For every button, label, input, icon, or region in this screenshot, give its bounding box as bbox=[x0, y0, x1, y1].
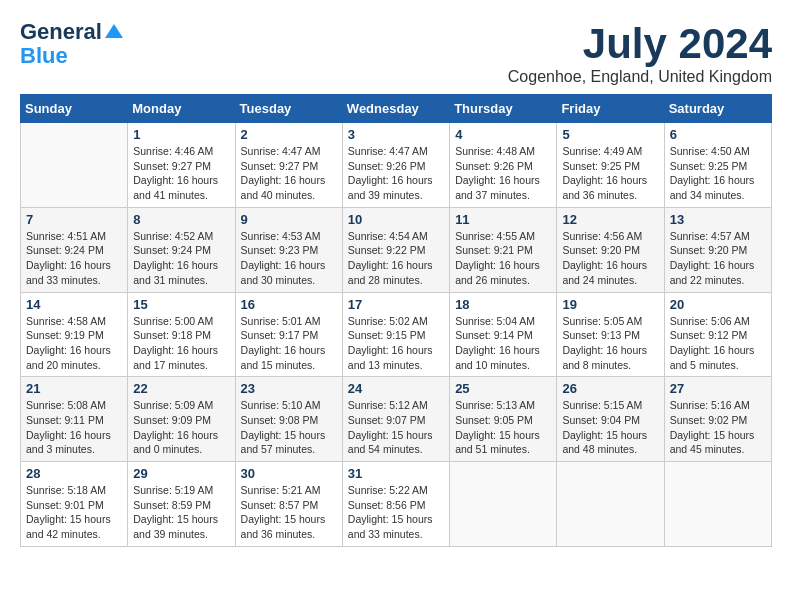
day-number: 10 bbox=[348, 212, 444, 227]
day-info: Sunrise: 5:02 AM Sunset: 9:15 PM Dayligh… bbox=[348, 314, 444, 373]
day-info: Sunrise: 4:48 AM Sunset: 9:26 PM Dayligh… bbox=[455, 144, 551, 203]
day-header-thursday: Thursday bbox=[450, 95, 557, 123]
day-header-saturday: Saturday bbox=[664, 95, 771, 123]
calendar-cell: 6Sunrise: 4:50 AM Sunset: 9:25 PM Daylig… bbox=[664, 123, 771, 208]
calendar-cell: 12Sunrise: 4:56 AM Sunset: 9:20 PM Dayli… bbox=[557, 207, 664, 292]
day-info: Sunrise: 5:15 AM Sunset: 9:04 PM Dayligh… bbox=[562, 398, 658, 457]
logo-general-text: General bbox=[20, 20, 102, 44]
day-info: Sunrise: 5:16 AM Sunset: 9:02 PM Dayligh… bbox=[670, 398, 766, 457]
calendar-cell: 24Sunrise: 5:12 AM Sunset: 9:07 PM Dayli… bbox=[342, 377, 449, 462]
day-header-friday: Friday bbox=[557, 95, 664, 123]
calendar-cell: 18Sunrise: 5:04 AM Sunset: 9:14 PM Dayli… bbox=[450, 292, 557, 377]
logo: General Blue bbox=[20, 20, 123, 68]
calendar-cell: 10Sunrise: 4:54 AM Sunset: 9:22 PM Dayli… bbox=[342, 207, 449, 292]
day-number: 26 bbox=[562, 381, 658, 396]
day-number: 15 bbox=[133, 297, 229, 312]
title-section: July 2024 Cogenhoe, England, United King… bbox=[508, 20, 772, 86]
day-info: Sunrise: 5:22 AM Sunset: 8:56 PM Dayligh… bbox=[348, 483, 444, 542]
calendar-week-row: 7Sunrise: 4:51 AM Sunset: 9:24 PM Daylig… bbox=[21, 207, 772, 292]
calendar-week-row: 14Sunrise: 4:58 AM Sunset: 9:19 PM Dayli… bbox=[21, 292, 772, 377]
day-info: Sunrise: 4:47 AM Sunset: 9:27 PM Dayligh… bbox=[241, 144, 337, 203]
day-info: Sunrise: 4:50 AM Sunset: 9:25 PM Dayligh… bbox=[670, 144, 766, 203]
day-number: 14 bbox=[26, 297, 122, 312]
day-info: Sunrise: 5:08 AM Sunset: 9:11 PM Dayligh… bbox=[26, 398, 122, 457]
calendar-cell: 9Sunrise: 4:53 AM Sunset: 9:23 PM Daylig… bbox=[235, 207, 342, 292]
calendar-cell: 7Sunrise: 4:51 AM Sunset: 9:24 PM Daylig… bbox=[21, 207, 128, 292]
day-info: Sunrise: 5:19 AM Sunset: 8:59 PM Dayligh… bbox=[133, 483, 229, 542]
day-number: 29 bbox=[133, 466, 229, 481]
calendar-cell: 23Sunrise: 5:10 AM Sunset: 9:08 PM Dayli… bbox=[235, 377, 342, 462]
day-number: 2 bbox=[241, 127, 337, 142]
calendar-cell: 27Sunrise: 5:16 AM Sunset: 9:02 PM Dayli… bbox=[664, 377, 771, 462]
calendar-cell: 2Sunrise: 4:47 AM Sunset: 9:27 PM Daylig… bbox=[235, 123, 342, 208]
logo-blue-text: Blue bbox=[20, 44, 68, 68]
day-number: 17 bbox=[348, 297, 444, 312]
day-info: Sunrise: 4:53 AM Sunset: 9:23 PM Dayligh… bbox=[241, 229, 337, 288]
location-title: Cogenhoe, England, United Kingdom bbox=[508, 68, 772, 86]
day-info: Sunrise: 5:09 AM Sunset: 9:09 PM Dayligh… bbox=[133, 398, 229, 457]
calendar-week-row: 28Sunrise: 5:18 AM Sunset: 9:01 PM Dayli… bbox=[21, 462, 772, 547]
day-number: 25 bbox=[455, 381, 551, 396]
day-number: 28 bbox=[26, 466, 122, 481]
day-info: Sunrise: 5:05 AM Sunset: 9:13 PM Dayligh… bbox=[562, 314, 658, 373]
day-info: Sunrise: 5:04 AM Sunset: 9:14 PM Dayligh… bbox=[455, 314, 551, 373]
calendar-cell: 30Sunrise: 5:21 AM Sunset: 8:57 PM Dayli… bbox=[235, 462, 342, 547]
calendar-cell: 11Sunrise: 4:55 AM Sunset: 9:21 PM Dayli… bbox=[450, 207, 557, 292]
day-number: 21 bbox=[26, 381, 122, 396]
calendar-cell: 19Sunrise: 5:05 AM Sunset: 9:13 PM Dayli… bbox=[557, 292, 664, 377]
day-info: Sunrise: 5:21 AM Sunset: 8:57 PM Dayligh… bbox=[241, 483, 337, 542]
day-number: 7 bbox=[26, 212, 122, 227]
day-info: Sunrise: 4:51 AM Sunset: 9:24 PM Dayligh… bbox=[26, 229, 122, 288]
calendar-cell: 29Sunrise: 5:19 AM Sunset: 8:59 PM Dayli… bbox=[128, 462, 235, 547]
day-number: 18 bbox=[455, 297, 551, 312]
day-header-wednesday: Wednesday bbox=[342, 95, 449, 123]
day-number: 5 bbox=[562, 127, 658, 142]
calendar-cell: 14Sunrise: 4:58 AM Sunset: 9:19 PM Dayli… bbox=[21, 292, 128, 377]
day-info: Sunrise: 4:57 AM Sunset: 9:20 PM Dayligh… bbox=[670, 229, 766, 288]
calendar-cell: 13Sunrise: 4:57 AM Sunset: 9:20 PM Dayli… bbox=[664, 207, 771, 292]
calendar-cell bbox=[557, 462, 664, 547]
day-number: 16 bbox=[241, 297, 337, 312]
day-number: 4 bbox=[455, 127, 551, 142]
calendar-cell: 21Sunrise: 5:08 AM Sunset: 9:11 PM Dayli… bbox=[21, 377, 128, 462]
calendar-cell: 22Sunrise: 5:09 AM Sunset: 9:09 PM Dayli… bbox=[128, 377, 235, 462]
day-info: Sunrise: 5:06 AM Sunset: 9:12 PM Dayligh… bbox=[670, 314, 766, 373]
day-info: Sunrise: 4:56 AM Sunset: 9:20 PM Dayligh… bbox=[562, 229, 658, 288]
day-header-monday: Monday bbox=[128, 95, 235, 123]
calendar-cell: 20Sunrise: 5:06 AM Sunset: 9:12 PM Dayli… bbox=[664, 292, 771, 377]
calendar-cell: 16Sunrise: 5:01 AM Sunset: 9:17 PM Dayli… bbox=[235, 292, 342, 377]
calendar-cell: 8Sunrise: 4:52 AM Sunset: 9:24 PM Daylig… bbox=[128, 207, 235, 292]
day-number: 12 bbox=[562, 212, 658, 227]
day-info: Sunrise: 4:47 AM Sunset: 9:26 PM Dayligh… bbox=[348, 144, 444, 203]
day-number: 9 bbox=[241, 212, 337, 227]
calendar-cell: 5Sunrise: 4:49 AM Sunset: 9:25 PM Daylig… bbox=[557, 123, 664, 208]
day-info: Sunrise: 5:13 AM Sunset: 9:05 PM Dayligh… bbox=[455, 398, 551, 457]
day-number: 6 bbox=[670, 127, 766, 142]
calendar-cell: 1Sunrise: 4:46 AM Sunset: 9:27 PM Daylig… bbox=[128, 123, 235, 208]
day-number: 27 bbox=[670, 381, 766, 396]
calendar-week-row: 1Sunrise: 4:46 AM Sunset: 9:27 PM Daylig… bbox=[21, 123, 772, 208]
day-header-tuesday: Tuesday bbox=[235, 95, 342, 123]
day-number: 13 bbox=[670, 212, 766, 227]
day-number: 1 bbox=[133, 127, 229, 142]
day-info: Sunrise: 4:49 AM Sunset: 9:25 PM Dayligh… bbox=[562, 144, 658, 203]
day-number: 19 bbox=[562, 297, 658, 312]
calendar-table: SundayMondayTuesdayWednesdayThursdayFrid… bbox=[20, 94, 772, 547]
month-title: July 2024 bbox=[508, 20, 772, 68]
day-info: Sunrise: 4:54 AM Sunset: 9:22 PM Dayligh… bbox=[348, 229, 444, 288]
header: General Blue July 2024 Cogenhoe, England… bbox=[20, 20, 772, 86]
days-header-row: SundayMondayTuesdayWednesdayThursdayFrid… bbox=[21, 95, 772, 123]
day-info: Sunrise: 5:12 AM Sunset: 9:07 PM Dayligh… bbox=[348, 398, 444, 457]
calendar-cell: 31Sunrise: 5:22 AM Sunset: 8:56 PM Dayli… bbox=[342, 462, 449, 547]
calendar-cell: 26Sunrise: 5:15 AM Sunset: 9:04 PM Dayli… bbox=[557, 377, 664, 462]
day-number: 22 bbox=[133, 381, 229, 396]
calendar-cell bbox=[664, 462, 771, 547]
day-header-sunday: Sunday bbox=[21, 95, 128, 123]
calendar-cell: 15Sunrise: 5:00 AM Sunset: 9:18 PM Dayli… bbox=[128, 292, 235, 377]
day-number: 8 bbox=[133, 212, 229, 227]
calendar-cell: 4Sunrise: 4:48 AM Sunset: 9:26 PM Daylig… bbox=[450, 123, 557, 208]
logo-triangle-icon bbox=[105, 24, 123, 38]
calendar-cell: 3Sunrise: 4:47 AM Sunset: 9:26 PM Daylig… bbox=[342, 123, 449, 208]
day-info: Sunrise: 5:18 AM Sunset: 9:01 PM Dayligh… bbox=[26, 483, 122, 542]
day-number: 3 bbox=[348, 127, 444, 142]
